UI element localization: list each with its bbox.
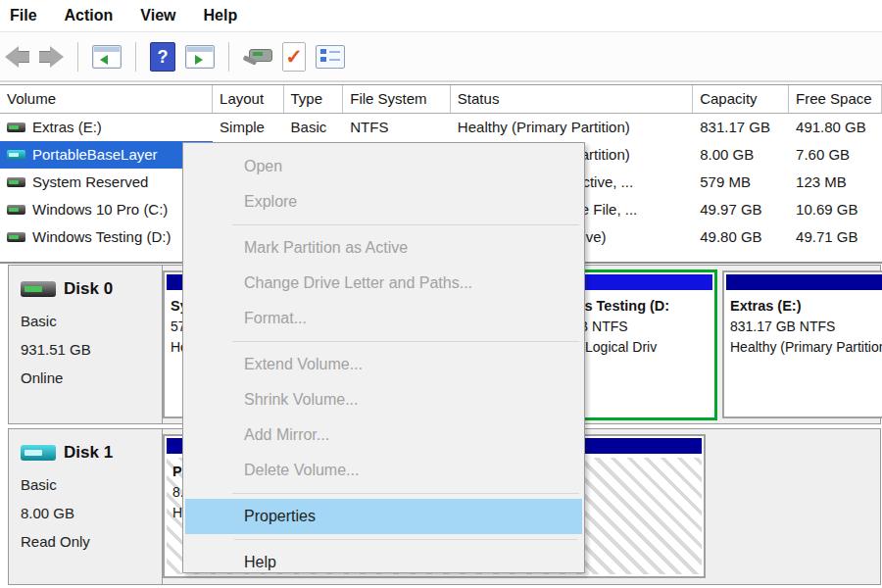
toolbar-separator (77, 42, 78, 72)
context-menu-item[interactable]: Delete Volume... (183, 453, 584, 488)
disk0-label: Disk 0 (64, 279, 113, 299)
context-menu: Open Explore Mark Partition as Active Ch… (182, 142, 585, 573)
disk-management-window: File Action View Help ? ✓ (0, 0, 882, 588)
volume-free-space: 49.71 GB (789, 223, 882, 251)
help-button[interactable]: ? (150, 42, 175, 72)
menubar-item[interactable]: File (10, 7, 37, 24)
context-menu-item-label: Delete Volume... (244, 462, 359, 478)
details-view-button[interactable] (316, 45, 345, 69)
volume-capacity: 49.80 GB (693, 223, 789, 251)
volume-capacity: 49.97 GB (693, 196, 789, 223)
volume-name-cell: System Reserved (0, 169, 213, 196)
partition-color-band (726, 274, 882, 290)
volume-layout: Simple (213, 114, 283, 141)
column-header-volume[interactable]: Volume (0, 85, 213, 113)
context-menu-item[interactable]: Mark Partition as Active (183, 230, 584, 266)
column-header-file-system[interactable]: File System (343, 85, 451, 113)
context-menu-item-label: Open (244, 158, 282, 174)
volume-file-system: NTFS (343, 114, 451, 141)
action-pane-icon (185, 45, 215, 69)
disk0-info-panel[interactable]: Disk 0 Basic 931.51 GB Online (9, 266, 163, 423)
partition-title: Extras (E:) (730, 296, 882, 317)
volume-name: System Reserved (32, 169, 148, 196)
show-action-pane-button[interactable] (185, 45, 215, 69)
volume-free-space: 7.60 GB (789, 141, 882, 169)
volume-free-space: 10.69 GB (789, 196, 882, 223)
disk0-type: Basic (21, 307, 162, 335)
volume-list-header: Volume Layout Type File System Status Ca… (0, 85, 882, 114)
disk1-icon (21, 445, 56, 461)
toolbar-separator (228, 42, 229, 72)
column-header-capacity[interactable]: Capacity (693, 85, 789, 113)
magnifier-disk-icon (243, 47, 272, 67)
back-arrow-icon (5, 46, 29, 68)
help-icon: ? (150, 42, 175, 72)
volume-name: Extras (E:) (32, 114, 102, 141)
details-list-icon (316, 45, 345, 69)
column-header-status[interactable]: Status (451, 85, 693, 113)
volume-name-cell: PortableBaseLayer (0, 141, 213, 169)
disk-view-button[interactable] (243, 47, 272, 67)
volume-disk-icon (7, 177, 25, 187)
forward-arrow-icon (39, 46, 64, 68)
context-menu-item-label: Change Drive Letter and Paths... (244, 274, 472, 291)
forward-button[interactable] (39, 46, 64, 68)
context-menu-item-label: Shrink Volume... (244, 391, 359, 408)
context-menu-item[interactable]: Explore (183, 184, 584, 220)
context-menu-item[interactable]: Shrink Volume... (183, 382, 584, 417)
column-header-layout[interactable]: Layout (213, 85, 283, 113)
volume-free-space: 123 MB (789, 169, 882, 196)
partition-extras[interactable]: Extras (E:) 831.17 GB NTFS Healthy (Prim… (722, 270, 882, 418)
context-menu-item[interactable]: Change Drive Letter and Paths... (183, 266, 584, 301)
disk1-type: Basic (21, 470, 162, 499)
check-document-button[interactable]: ✓ (282, 42, 306, 72)
partition-status: Healthy (Primary Partition) (730, 337, 882, 358)
menubar-item[interactable]: Help (204, 7, 238, 24)
console-tree-icon (92, 45, 122, 69)
context-menu-item-label: Format... (244, 310, 307, 326)
toolbar: ? ✓ (0, 33, 882, 82)
show-console-tree-button[interactable] (92, 45, 122, 69)
volume-name: PortableBaseLayer (32, 141, 158, 169)
volume-disk-icon (7, 205, 25, 215)
disk0-size: 931.51 GB (21, 335, 162, 364)
volume-disk-icon (7, 232, 25, 242)
menu-bar: File Action View Help (0, 0, 882, 32)
volume-name-cell: Extras (E:) (0, 114, 213, 141)
context-menu-item-label: Extend Volume... (244, 356, 363, 372)
back-button[interactable] (5, 46, 29, 68)
context-menu-item[interactable]: Help (183, 545, 584, 580)
column-header-type[interactable]: Type (284, 85, 344, 113)
context-menu-item-label: Explore (244, 193, 297, 210)
volume-name: Windows Testing (D:) (32, 223, 171, 251)
volume-type: Basic (284, 114, 344, 141)
disk0-icon (21, 281, 56, 297)
volume-name: Windows 10 Pro (C:) (32, 196, 168, 223)
disk1-info-panel[interactable]: Disk 1 Basic 8.00 GB Read Only (9, 429, 163, 584)
menubar-item[interactable]: Action (65, 7, 114, 24)
context-menu-item[interactable]: Format... (183, 301, 584, 336)
volume-status: Healthy (Primary Partition) (451, 114, 693, 141)
volume-row[interactable]: Extras (E:) Simple Basic NTFS Healthy (P… (0, 114, 882, 141)
volume-capacity: 831.17 GB (693, 114, 789, 141)
context-menu-item-label: Add Mirror... (244, 426, 329, 443)
volume-free-space: 491.80 GB (789, 114, 882, 141)
menubar-item[interactable]: View (140, 7, 175, 24)
disk1-size: 8.00 GB (21, 499, 162, 527)
volume-disk-icon (7, 122, 25, 132)
disk1-state: Read Only (21, 527, 162, 556)
check-document-icon: ✓ (282, 42, 306, 72)
volume-capacity: 8.00 GB (693, 141, 789, 169)
toolbar-separator (135, 42, 136, 72)
column-header-free-space[interactable]: Free Space (789, 85, 882, 113)
disk0-state: Online (21, 364, 162, 392)
volume-name-cell: Windows Testing (D:) (0, 223, 213, 251)
context-menu-item-label: Mark Partition as Active (244, 239, 408, 256)
volume-capacity: 579 MB (693, 169, 789, 196)
context-menu-item[interactable]: Extend Volume... (183, 347, 584, 382)
context-menu-item-label: Properties (244, 508, 316, 524)
context-menu-item[interactable]: Add Mirror... (183, 417, 584, 453)
context-menu-item[interactable]: Open (183, 149, 584, 184)
context-menu-item-label: Help (244, 554, 276, 570)
context-menu-item[interactable]: Properties (185, 499, 582, 534)
